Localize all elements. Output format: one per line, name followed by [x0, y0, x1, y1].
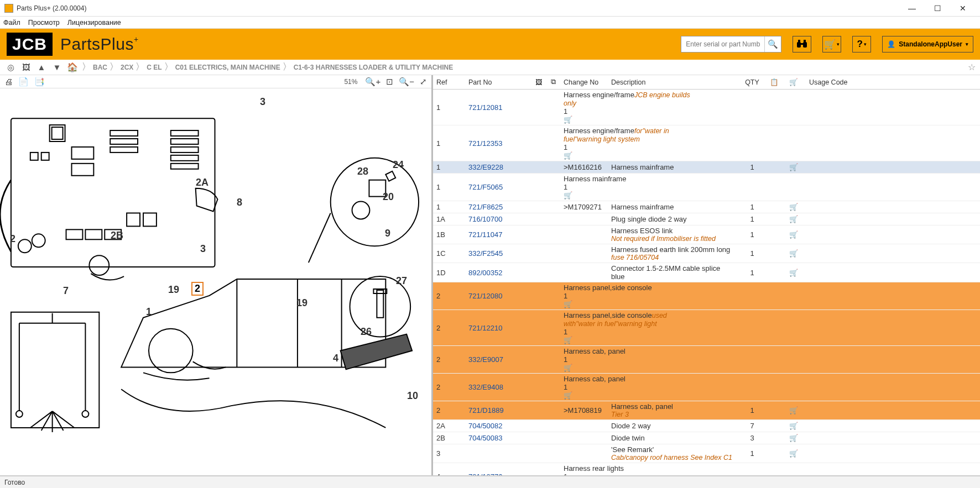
- table-row[interactable]: 2332/E9007Harness cab, panel1🛒: [433, 346, 980, 374]
- help-button[interactable]: ?▾: [852, 36, 871, 53]
- callout-3a[interactable]: 3: [260, 96, 265, 108]
- table-row[interactable]: 2721/12080Harness panel,side console1🛒: [433, 282, 980, 310]
- picture-icon[interactable]: 🖼: [20, 61, 32, 74]
- search-button[interactable]: 🔍: [764, 36, 781, 52]
- callout-19a[interactable]: 19: [168, 284, 179, 296]
- col-usage[interactable]: Usage Code: [806, 75, 980, 89]
- table-row[interactable]: 2A704/50082Diode 2 way7🛒: [433, 420, 980, 432]
- breadcrumb-item[interactable]: 〉BAC: [82, 61, 107, 73]
- callout-4[interactable]: 4: [333, 353, 338, 364]
- cell-cart[interactable]: 🛒: [781, 263, 806, 282]
- cell-part[interactable]: 721/12210: [465, 310, 531, 345]
- cell-cart[interactable]: 🛒: [781, 213, 806, 225]
- cell-part[interactable]: [465, 444, 531, 463]
- cell-part[interactable]: 721/12081: [465, 90, 531, 125]
- zoom-fit-icon[interactable]: ⊡: [385, 77, 394, 87]
- cell-part[interactable]: 721/F8625: [465, 201, 531, 213]
- cell-part[interactable]: 332/F2545: [465, 244, 531, 263]
- home-icon[interactable]: 🏠: [66, 61, 79, 74]
- menu-license[interactable]: Лицензирование: [67, 19, 121, 27]
- col-pic-icon[interactable]: 🖼: [531, 75, 546, 89]
- col-part[interactable]: Part No: [465, 75, 531, 89]
- cell-cart[interactable]: 🛒: [781, 161, 806, 173]
- table-row[interactable]: 1332/E9228>M1616216Harness mainframe1🛒: [433, 161, 980, 174]
- menu-view[interactable]: Просмотр: [28, 19, 60, 27]
- cell-part[interactable]: 721/12353: [465, 125, 531, 161]
- callout-2-boxed[interactable]: 2: [191, 282, 204, 296]
- table-row[interactable]: 1721/F8625>M1709271Harness mainframe1🛒: [433, 201, 980, 213]
- callout-19b[interactable]: 19: [296, 297, 307, 309]
- table-row[interactable]: 2721/12210Harness panel,side consoleused…: [433, 310, 980, 346]
- cell-part[interactable]: 721/12080: [465, 282, 531, 309]
- export2-icon[interactable]: 📑: [33, 77, 46, 87]
- table-row[interactable]: 2332/E9408Harness cab, panel1🛒: [433, 374, 980, 401]
- zoom-reset-icon[interactable]: ⤢: [419, 77, 428, 87]
- table-row[interactable]: 2721/D1889>M1708819Harness cab, panelTie…: [433, 401, 980, 420]
- print-icon[interactable]: 🖨: [3, 77, 14, 86]
- callout-28[interactable]: 28: [357, 166, 368, 177]
- col-qty[interactable]: QTY: [737, 75, 767, 89]
- col-tree-icon[interactable]: ⧉: [546, 75, 560, 89]
- menu-file[interactable]: Файл: [3, 19, 20, 27]
- nav-down-icon[interactable]: ▼: [51, 61, 63, 74]
- col-desc[interactable]: Description: [608, 75, 737, 89]
- callout-24[interactable]: 24: [393, 159, 404, 171]
- zoom-in-icon[interactable]: 🔍+: [364, 77, 382, 87]
- breadcrumb-item[interactable]: 〉C1-6-3 HARNESSES LOADER & UTILITY MACHI…: [283, 61, 453, 73]
- cell-part[interactable]: 721/11047: [465, 225, 531, 244]
- cell-cart[interactable]: 🛒: [564, 300, 588, 308]
- callout-2[interactable]: 2: [10, 233, 15, 245]
- table-row[interactable]: 3'See Remark'Cab/canopy roof harness See…: [433, 444, 980, 463]
- table-row[interactable]: 2B704/50083Diode twin3🛒: [433, 432, 980, 444]
- cell-cart[interactable]: 🛒: [564, 191, 588, 200]
- table-row[interactable]: 1721/F5065Harness mainframe1🛒: [433, 174, 980, 201]
- col-change[interactable]: Change No: [560, 75, 608, 89]
- breadcrumb-item[interactable]: 〉C01 ELECTRICS, MAIN MACHINE: [164, 61, 280, 73]
- table-row[interactable]: 1C332/F2545Harness fused earth link 200m…: [433, 244, 980, 263]
- callout-26[interactable]: 26: [361, 326, 372, 338]
- cell-cart[interactable]: 🛒: [564, 116, 588, 124]
- table-row[interactable]: 4721/10776Harness rear lights1🛒: [433, 463, 980, 475]
- cell-cart[interactable]: 🛒: [781, 420, 806, 432]
- window-maximize[interactable]: ☐: [925, 0, 950, 17]
- breadcrumb-item[interactable]: 〉2CX: [110, 61, 133, 73]
- col-ref[interactable]: Ref: [433, 75, 465, 89]
- diagram-viewport[interactable]: 3 2A 8 28 24 20 2 2B 9 3 7 19 2 19 1 27 …: [0, 88, 431, 475]
- callout-2b[interactable]: 2B: [111, 230, 123, 242]
- binoculars-button[interactable]: [793, 36, 811, 53]
- window-minimize[interactable]: —: [899, 0, 925, 17]
- cell-part[interactable]: 332/E9408: [465, 374, 531, 401]
- col-cart-icon[interactable]: 🛒: [781, 75, 806, 89]
- search-input[interactable]: [681, 36, 764, 52]
- export-icon[interactable]: 📄: [17, 77, 30, 87]
- callout-1[interactable]: 1: [146, 306, 152, 318]
- cell-cart[interactable]: 🛒: [564, 364, 588, 372]
- cell-part[interactable]: 332/E9007: [465, 346, 531, 373]
- callout-10[interactable]: 10: [407, 390, 418, 402]
- cell-part[interactable]: 721/10776: [465, 463, 531, 475]
- table-row[interactable]: 1B721/11047Harness ESOS linkNot required…: [433, 225, 980, 244]
- grid-body[interactable]: 1721/12081Harness engine/frameJCB engine…: [433, 90, 980, 475]
- col-note-icon[interactable]: 📋: [767, 75, 781, 89]
- cell-cart[interactable]: 🛒: [781, 444, 806, 463]
- cell-part[interactable]: 716/10700: [465, 213, 531, 225]
- table-row[interactable]: 1721/12081Harness engine/frameJCB engine…: [433, 90, 980, 125]
- cell-cart[interactable]: 🛒: [781, 225, 806, 244]
- zoom-out-icon[interactable]: 🔍−: [398, 77, 415, 87]
- callout-3b[interactable]: 3: [200, 243, 206, 255]
- callout-2a[interactable]: 2A: [196, 177, 208, 188]
- favorite-icon[interactable]: ☆: [968, 62, 976, 72]
- table-row[interactable]: 1A716/10700Plug single diode 2 way1🛒: [433, 213, 980, 225]
- table-row[interactable]: 1D892/00352Connector 1.5-2.5MM cable spl…: [433, 263, 980, 282]
- cell-cart[interactable]: 🛒: [564, 151, 588, 160]
- callout-9[interactable]: 9: [385, 228, 390, 239]
- target-icon[interactable]: ◎: [4, 61, 17, 74]
- user-menu[interactable]: 👤 StandaloneAppUser ▾: [882, 36, 973, 53]
- cell-part[interactable]: 892/00352: [465, 263, 531, 282]
- cell-cart[interactable]: 🛒: [564, 336, 588, 344]
- cell-cart[interactable]: 🛒: [781, 244, 806, 263]
- breadcrumb-item[interactable]: 〉C EL: [135, 61, 161, 73]
- cell-cart[interactable]: 🛒: [781, 401, 806, 419]
- cell-cart[interactable]: 🛒: [564, 391, 588, 400]
- cell-part[interactable]: 332/E9228: [465, 161, 531, 173]
